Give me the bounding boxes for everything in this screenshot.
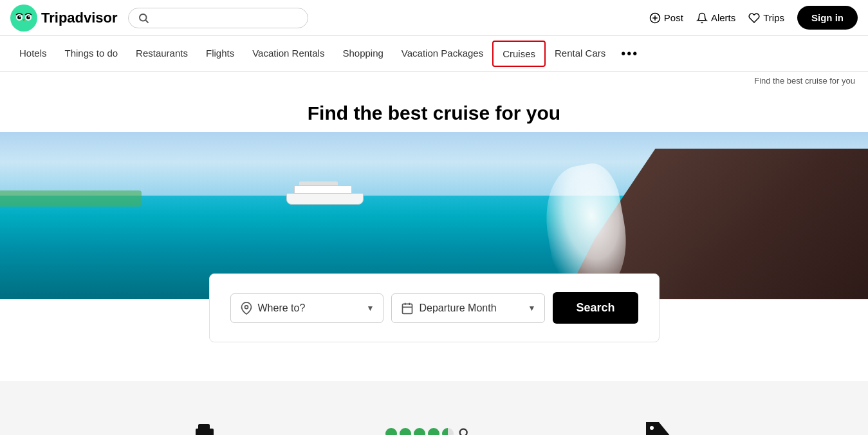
nav-item-things-to-do[interactable]: Things to do [56, 37, 127, 71]
nav-item-cruises[interactable]: Cruises [492, 41, 546, 67]
departure-month-field[interactable]: Departure Month ▼ [391, 293, 545, 323]
header: Tripadvisor Post Alerts [0, 0, 868, 36]
plus-circle-icon [649, 12, 661, 24]
hero-title: Find the best cruise for you [0, 102, 868, 124]
nav-item-rental-cars[interactable]: Rental Cars [546, 37, 614, 71]
dot-3 [414, 428, 425, 435]
dot-5 [442, 428, 454, 435]
main-nav: Hotels Things to do Restaurants Flights … [0, 36, 868, 72]
dot-4 [428, 428, 439, 435]
svg-point-15 [245, 305, 248, 308]
bell-icon [696, 12, 708, 24]
nav-item-restaurants[interactable]: Restaurants [127, 37, 197, 71]
nav-item-hotels[interactable]: Hotels [10, 37, 56, 71]
nav-item-shopping[interactable]: Shopping [333, 37, 392, 71]
svg-point-4 [26, 15, 30, 19]
trips-button[interactable]: Trips [748, 12, 784, 24]
svg-point-23 [459, 429, 466, 435]
search-input[interactable] [154, 12, 296, 23]
logo-icon [10, 5, 37, 32]
where-to-chevron: ▼ [367, 304, 374, 313]
features-section: Explore Ship-tinerary™ pages Select a sh… [0, 381, 868, 435]
where-to-field[interactable]: Where to? ▼ [230, 293, 384, 323]
svg-point-10 [140, 14, 147, 21]
search-icon [138, 12, 149, 24]
svg-point-6 [28, 16, 30, 17]
svg-line-11 [145, 20, 148, 23]
trips-label: Trips [763, 12, 784, 23]
breadcrumb-text: Find the best cruise for you [754, 76, 855, 86]
magnify-icon [457, 427, 472, 435]
ship-icon [187, 416, 223, 435]
nav-item-vacation-packages[interactable]: Vacation Packages [392, 37, 492, 71]
breadcrumb: Find the best cruise for you [0, 72, 868, 89]
cruise-search-widget: Where to? ▼ Departure Month ▼ Search [209, 273, 660, 342]
nav-more-button[interactable]: ••• [614, 36, 645, 71]
departure-chevron: ▼ [528, 304, 536, 313]
review-dots [385, 427, 472, 435]
dot-2 [400, 428, 411, 435]
dot-1 [385, 428, 397, 435]
ship-itinerary-card: Explore Ship-tinerary™ pages Select a sh… [123, 413, 287, 435]
post-button[interactable]: Post [649, 12, 683, 24]
search-button[interactable]: Search [553, 292, 638, 324]
header-actions: Post Alerts Trips Sign in [649, 6, 858, 30]
calendar-icon [401, 302, 414, 315]
signin-button[interactable]: Sign in [797, 6, 858, 30]
price-tag-icon [640, 416, 676, 435]
lowest-prices-icon [637, 413, 678, 435]
search-row: Where to? ▼ Departure Month ▼ Search [230, 292, 638, 324]
global-search-bar[interactable] [128, 8, 308, 28]
logo-text: Tripadvisor [41, 10, 118, 26]
nav-item-vacation-rentals[interactable]: Vacation Rentals [243, 37, 333, 71]
where-to-label: Where to? [258, 302, 306, 314]
heart-icon [748, 12, 760, 24]
write-reviews-icon [408, 413, 449, 435]
nav-item-flights[interactable]: Flights [197, 37, 243, 71]
lowest-prices-card: The lowest cruise prices Search 70,000+ … [570, 413, 746, 435]
ship-itinerary-icon [184, 413, 225, 435]
location-icon [240, 302, 253, 315]
svg-point-25 [650, 426, 654, 430]
post-label: Post [664, 12, 683, 23]
land [0, 190, 142, 207]
ship-hull [286, 193, 364, 205]
logo[interactable]: Tripadvisor [10, 5, 118, 32]
svg-point-0 [10, 5, 37, 32]
hero-section: Find the best cruise for you W [0, 89, 868, 342]
write-reviews-card: Write cruise reviews Share your opinion … [338, 413, 519, 435]
cruise-ship [286, 179, 364, 205]
svg-rect-16 [403, 304, 412, 313]
svg-point-5 [19, 16, 21, 17]
alerts-button[interactable]: Alerts [696, 12, 735, 24]
svg-rect-22 [198, 424, 210, 430]
svg-point-3 [17, 15, 21, 19]
departure-month-label: Departure Month [419, 302, 496, 314]
alerts-label: Alerts [711, 12, 735, 23]
